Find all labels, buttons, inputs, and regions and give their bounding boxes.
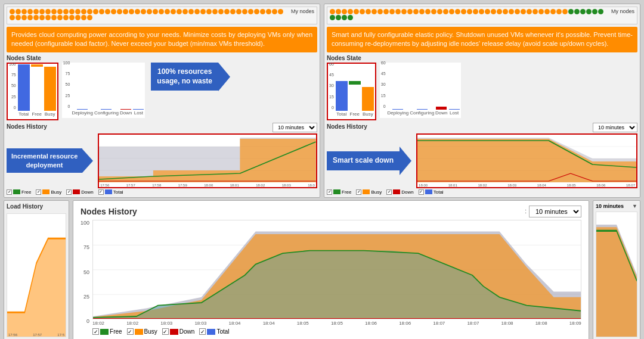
nodes-state-chart2-left: 100 75 50 25 0 Deploying (62, 63, 145, 118)
bottom-time-labels: 18:02 18:02 18:03 18:03 18:04 18:04 18:0… (92, 319, 581, 327)
dot (87, 15, 92, 20)
dot (218, 9, 224, 14)
dot (81, 15, 86, 20)
bar-busy-left: Busy (44, 67, 56, 117)
bottom-chart-area: 18:02 18:02 18:03 18:03 18:04 18:04 18:0… (92, 220, 581, 335)
dot (389, 9, 395, 14)
bottom-row: Load History 17:56 17:57 17:5 Nodes Hist… (4, 200, 640, 339)
arrow-annotation-right: Smart scale down (327, 147, 411, 175)
right-side-snippet-panel: 10 minutes ▼ 18:07 18:07 (593, 200, 640, 339)
dot (21, 15, 27, 20)
y-axis-right: 60 45 30 15 0 (329, 62, 335, 110)
bar-deploying-left: Deploying (72, 109, 93, 116)
dot (182, 9, 188, 14)
dot (527, 9, 532, 14)
dot (342, 15, 347, 20)
dot (491, 9, 496, 14)
dots-container-left (10, 9, 314, 20)
bar-free-fill-left (31, 64, 43, 67)
bar-down-left: Down (120, 109, 132, 116)
time-select-left[interactable]: 10 minutes (273, 123, 317, 132)
main-container: My nodes (0, 0, 644, 339)
legend-free-bottom: ✓ Free (92, 328, 122, 335)
legend-checkbox-down-right[interactable]: ✓ (386, 189, 392, 195)
bottom-chart-body: 100 75 50 25 0 (80, 220, 581, 335)
dot (33, 9, 39, 14)
legend-checkbox-total-left[interactable]: ✓ (98, 189, 104, 195)
bar-lost-left: Lost (133, 109, 144, 116)
dot (449, 9, 454, 14)
bar-chart-left: 100 75 50 25 0 Total (9, 66, 56, 117)
annotation-text-left: 100% resourcesusage, no waste (151, 63, 218, 91)
dot (266, 9, 271, 14)
legend-checkbox-busy-right[interactable]: ✓ (356, 189, 361, 195)
dot (473, 9, 478, 14)
legend-checkbox-free-right[interactable]: ✓ (327, 189, 332, 195)
load-time-labels: 17:56 17:57 17:5 (7, 333, 66, 337)
dot (377, 9, 383, 14)
legend-total-bottom: ✓ Total (199, 328, 229, 335)
dot (556, 9, 562, 14)
bar-total-right: Total (336, 81, 348, 117)
legend-checkbox-free-bottom[interactable]: ✓ (92, 328, 99, 335)
legend-left: ✓ Free ✓ Busy ✓ Down ✓ (7, 189, 317, 195)
arrow-shape-left: 100% resourcesusage, no waste (151, 63, 230, 91)
dot (16, 9, 21, 14)
legend-total-right: ✓ Total (419, 189, 444, 195)
dot (51, 9, 57, 14)
legend-color-down-left (73, 189, 80, 194)
y-axis2-left: 100 75 50 25 0 (63, 61, 71, 108)
dot (111, 9, 116, 14)
dot (117, 9, 122, 14)
legend-checkbox-total-right[interactable]: ✓ (419, 189, 424, 195)
legend-checkbox-busy-left[interactable]: ✓ (36, 189, 41, 195)
nodes-state-section-right: Nodes State 60 45 30 15 0 (327, 55, 637, 120)
nodes-state-chart-right: 60 45 30 15 0 Total (327, 63, 376, 120)
dot (242, 9, 247, 14)
dot (69, 9, 75, 14)
snippet-chart: 18:07 18:07 (596, 212, 637, 338)
dot (437, 9, 442, 14)
history-row-right: Smart scale down (327, 133, 637, 188)
legend-checkbox-free-left[interactable]: ✓ (7, 189, 12, 195)
dot (129, 9, 134, 14)
my-nodes-label-right: My nodes (611, 8, 634, 14)
legend-color-busy-right (363, 189, 370, 194)
dot (93, 9, 98, 14)
dot (212, 9, 218, 14)
dot (419, 9, 425, 14)
snippet-header: 10 minutes ▼ (596, 203, 637, 209)
arrow-head2-left (82, 149, 93, 173)
history-svg-right (417, 135, 636, 182)
dot (16, 15, 21, 20)
dot (431, 9, 436, 14)
dot (371, 9, 377, 14)
legend-checkbox-busy-bottom[interactable]: ✓ (127, 328, 134, 335)
dot (260, 9, 265, 14)
dot (51, 15, 57, 20)
legend-color-total-right (425, 189, 432, 194)
dot (336, 15, 341, 20)
dot (159, 9, 164, 14)
dot (568, 9, 574, 14)
dot (63, 9, 69, 14)
legend-color-busy-bottom (135, 329, 143, 335)
legend-color-total-bottom (207, 329, 215, 335)
dot (330, 15, 335, 20)
nodes-history-section-left: Nodes History 10 minutes Incremental res… (7, 123, 317, 195)
dot (81, 9, 86, 14)
legend-right: ✓ Free ✓ Busy ✓ Down ✓ (327, 189, 637, 195)
legend-checkbox-total-bottom[interactable]: ✓ (199, 328, 206, 335)
dot (407, 9, 413, 14)
time-select-right[interactable]: 10 minutes (593, 123, 637, 132)
legend-checkbox-down-bottom[interactable]: ✓ (162, 328, 169, 335)
top-row: My nodes (4, 4, 640, 198)
dot (401, 9, 407, 14)
history-chart-left: 17:56 17:57 17:58 17:59 18:00 18:01 18:0… (98, 133, 317, 188)
dot (200, 9, 206, 14)
legend-checkbox-down-left[interactable]: ✓ (66, 189, 72, 195)
history-row-left: Incremental resourcedeployment (7, 133, 317, 188)
bottom-time-select[interactable]: 10 minutes (529, 206, 581, 217)
dot (278, 9, 283, 14)
dot (272, 9, 277, 14)
